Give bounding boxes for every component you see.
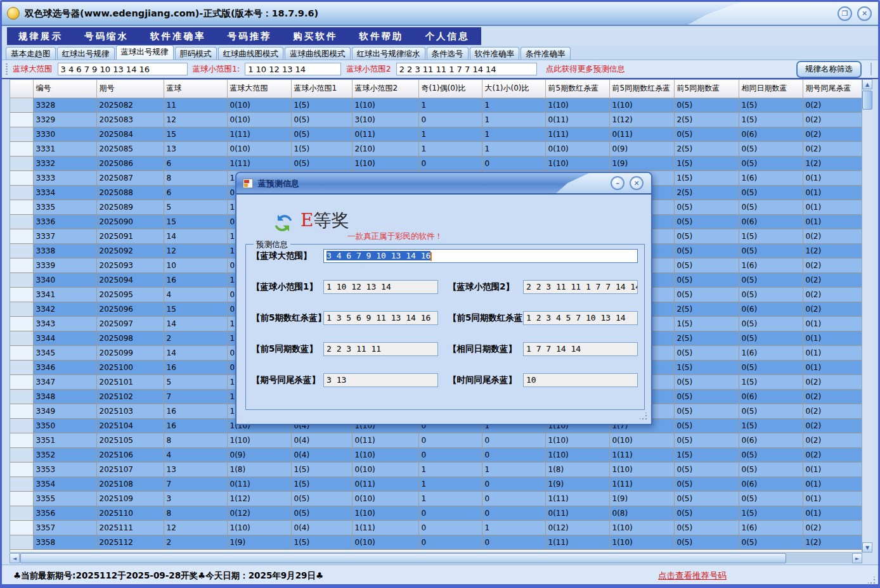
row-selector-cell[interactable] [10,200,33,214]
cell[interactable]: 0(5) [674,258,739,272]
cell[interactable]: 2025092 [96,243,164,258]
cell[interactable]: 0(2) [803,418,862,433]
dialog-minimize-button[interactable]: – [611,176,624,190]
cell[interactable]: 4 [164,287,227,302]
table-row[interactable]: 33532025107131(8)1(5)0(10)111(8)1(10)0(5… [10,462,862,476]
cell[interactable]: 0(12) [545,520,609,535]
dialog-field-input[interactable]: 1 2 3 4 5 7 10 13 14 [523,311,638,325]
cell[interactable]: 1(5) [674,170,739,185]
row-selector-cell[interactable] [10,404,33,418]
cell[interactable]: 2(5) [674,331,739,345]
cell[interactable]: 1(11) [227,156,291,170]
cell[interactable]: 16 [164,360,227,374]
cell[interactable]: 0(10) [352,535,418,549]
cell[interactable]: 0(4) [291,433,352,447]
row-selector-cell[interactable] [10,214,33,229]
cell[interactable]: 3334 [33,185,96,200]
cell[interactable]: 1(9) [609,156,674,170]
cell[interactable]: 1(11) [545,535,609,549]
cell[interactable]: 3330 [33,127,96,141]
column-header[interactable]: 前5同期数蓝 [674,80,739,98]
cell[interactable]: 0(5) [674,374,739,389]
cell[interactable]: 4 [164,447,227,462]
cell[interactable]: 0(2) [803,229,862,243]
column-header[interactable]: 编号 [33,80,96,98]
cell[interactable]: 0(5) [674,214,739,229]
cell[interactable]: 0(1) [803,185,862,200]
cell[interactable]: 1(10) [352,156,418,170]
row-selector-cell[interactable] [10,447,33,462]
cell[interactable]: 10 [164,258,227,272]
cell[interactable]: 0(5) [674,418,739,433]
cell[interactable]: 1 [482,520,545,535]
cell[interactable]: 2025104 [96,418,164,433]
cell[interactable]: 0(6) [739,302,803,316]
row-selector-cell[interactable] [10,316,33,331]
cell[interactable]: 1(2) [803,243,862,258]
cell[interactable]: 2025103 [96,404,164,418]
dialog-field-input[interactable]: 1 10 12 13 14 [323,280,438,294]
cell[interactable]: 0(5) [291,491,352,506]
tab-4[interactable]: 胆码模式 [175,47,217,60]
cell[interactable]: 12 [164,112,227,127]
cell[interactable]: 0(1) [803,345,862,360]
cell[interactable]: 0(10) [352,462,418,476]
dialog-field-input[interactable]: 3 4 6 7 9 10 13 14 16 [323,249,638,263]
cell[interactable]: 1(5) [674,156,739,170]
cell[interactable]: 1(10) [545,433,609,447]
cell[interactable]: 1(12) [609,112,674,127]
row-selector-cell[interactable] [10,418,33,433]
cell[interactable]: 0(5) [674,404,739,418]
blue-big-range-input[interactable] [58,63,188,75]
row-selector-cell[interactable] [10,462,33,476]
cell[interactable]: 1(6) [739,258,803,272]
row-selector-cell[interactable] [10,433,33,447]
cell[interactable]: 0(5) [739,331,803,345]
cell[interactable]: 0 [418,506,482,520]
menu-item-4[interactable]: 号码推荐 [228,30,272,42]
cell[interactable]: 1 [482,462,545,476]
cell[interactable]: 14 [164,316,227,331]
cell[interactable]: 2025106 [96,447,164,462]
vertical-scroll-thumb[interactable] [862,91,872,110]
cell[interactable]: 0(1) [803,462,862,476]
dialog-close-button[interactable]: ✕ [630,176,644,190]
cell[interactable]: 3332 [33,156,96,170]
blue-small-range2-input[interactable] [396,63,537,75]
tab-9[interactable]: 软件准确率 [470,47,520,60]
row-selector-cell[interactable] [10,374,33,389]
row-selector-cell[interactable] [10,170,33,185]
cell[interactable]: 0(10) [227,141,291,156]
cell[interactable]: 3344 [33,331,96,345]
row-selector-cell[interactable] [10,506,33,520]
cell[interactable]: 0(10) [227,112,291,127]
cell[interactable]: 1 [482,98,545,112]
cell[interactable]: 1(8) [545,462,609,476]
cell[interactable]: 1(10) [609,535,674,549]
cell[interactable]: 1(10) [609,462,674,476]
row-selector-cell[interactable] [10,491,33,506]
cell[interactable]: 16 [164,404,227,418]
window-resize-grip[interactable] [868,577,876,584]
cell[interactable]: 1(12) [227,491,291,506]
cell[interactable]: 3357 [33,520,96,535]
cell[interactable]: 1(10) [609,98,674,112]
cell[interactable]: 0(9) [609,141,674,156]
dialog-resize-grip[interactable] [640,412,647,420]
dialog-field-input[interactable]: 3 13 [323,373,438,387]
row-selector-cell[interactable] [10,243,33,258]
cell[interactable]: 15 [164,302,227,316]
cell[interactable]: 3340 [33,272,96,287]
cell[interactable]: 0(2) [803,447,862,462]
cell[interactable]: 12 [164,520,227,535]
cell[interactable]: 2025095 [96,287,164,302]
row-selector-cell[interactable] [10,476,33,491]
cell[interactable]: 3355 [33,491,96,506]
cell[interactable]: 0(5) [674,520,739,535]
close-button[interactable]: ✕ [857,6,872,21]
row-selector-cell[interactable] [10,389,33,404]
cell[interactable]: 2(5) [674,141,739,156]
cell[interactable]: 0(5) [674,476,739,491]
column-header[interactable]: 奇(1)偶(0)比 [418,80,482,98]
table-row[interactable]: 33572025111121(10)0(4)1(11)010(12)1(10)0… [10,520,862,535]
